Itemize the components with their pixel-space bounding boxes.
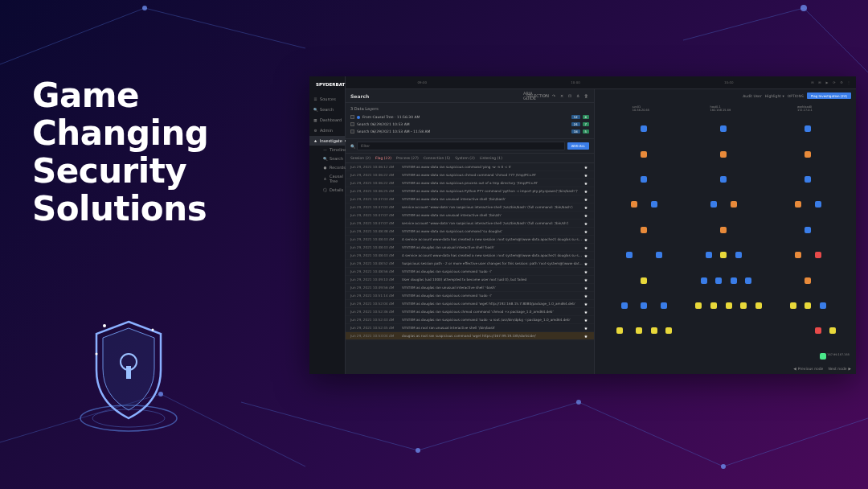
graph-node[interactable] (710, 201, 717, 208)
event-row[interactable]: Jun 29, 2021 10:51:14 AMSYSTEM as dougla… (346, 292, 594, 300)
prev-node-button[interactable]: ◀ Previous node (793, 367, 823, 371)
graph-node[interactable] (661, 302, 667, 309)
filter-input[interactable] (357, 142, 565, 150)
star-icon[interactable]: ★ (583, 245, 589, 250)
graph-node[interactable] (731, 277, 737, 284)
star-icon[interactable]: ★ (583, 310, 589, 314)
graph-node[interactable] (641, 151, 647, 158)
sidebar-item-dashboard[interactable]: ▦Dashboard (309, 115, 345, 125)
checkbox-icon[interactable] (350, 115, 354, 119)
next-node-button[interactable]: Next node ▶ (828, 367, 851, 371)
graph-node[interactable] (829, 327, 836, 334)
sidebar-sub-records[interactable]: ●Records (319, 163, 345, 171)
audit-user-link[interactable]: Audit User (743, 94, 762, 98)
event-row[interactable]: Jun 29, 2021 10:53:04 AMdouglas as root … (346, 332, 594, 340)
graph-node[interactable] (695, 302, 702, 309)
graph-node[interactable] (805, 227, 811, 233)
event-row[interactable]: Jun 29, 2021 10:48:52 AMSuspicious sessi… (346, 260, 594, 268)
graph-node[interactable] (820, 302, 826, 309)
graph-node[interactable] (735, 252, 742, 258)
graph-node[interactable] (641, 302, 647, 309)
star-icon[interactable]: ★ (583, 253, 589, 258)
graph-node[interactable] (701, 277, 707, 284)
toolbar-button[interactable]: ⋔ (575, 92, 581, 99)
graph-node[interactable] (706, 252, 712, 258)
event-row[interactable]: Jun 29, 2021 10:46:22 AMSYSTEM as www-da… (346, 179, 594, 187)
star-icon[interactable]: ★ (583, 229, 589, 234)
sidebar-item-investigate[interactable]: ★Investigate▾ (309, 136, 345, 146)
graph-node[interactable] (805, 125, 811, 132)
star-icon[interactable]: ★ (583, 173, 589, 178)
star-icon[interactable]: ★ (583, 334, 589, 339)
graph-node[interactable] (720, 227, 727, 233)
star-icon[interactable]: ★ (583, 261, 589, 266)
event-row[interactable]: Jun 29, 2021 10:48:43 AMA service accoun… (346, 236, 594, 244)
event-row[interactable]: Jun 29, 2021 10:47:07 AMSYSTEM as www-da… (346, 212, 594, 220)
star-icon[interactable]: ★ (583, 237, 589, 242)
sidebar-sub-timeline[interactable]: —Timeline (319, 146, 345, 154)
graph-node[interactable] (720, 151, 727, 158)
tab-listening[interactable]: Listening (1) (480, 156, 502, 160)
star-icon[interactable]: ★ (583, 318, 589, 323)
toolbar-button[interactable]: SELECTION (534, 92, 541, 99)
timeline[interactable]: 09:00 10:00 10:40 ⊟⊞▶⟳⚙⋮ (346, 76, 856, 89)
event-row[interactable]: Jun 29, 2021 10:46:12 AMSYSTEM as www-da… (346, 163, 594, 171)
event-row[interactable]: Jun 29, 2021 10:48:43 AMSYSTEM as dougla… (346, 244, 594, 252)
timeline-control[interactable]: ⚙ (839, 80, 844, 85)
star-icon[interactable]: ★ (583, 286, 589, 290)
event-row[interactable]: Jun 29, 2021 10:48:43 AMA service accoun… (346, 252, 594, 260)
timeline-control[interactable]: ⟳ (832, 80, 837, 85)
graph-node[interactable] (665, 327, 672, 334)
event-row[interactable]: Jun 29, 2021 10:52:43 AMSYSTEM as dougla… (346, 316, 594, 324)
graph-node[interactable] (715, 277, 722, 284)
event-row[interactable]: Jun 29, 2021 10:49:10 AMUser douglas (ui… (346, 276, 594, 284)
star-icon[interactable]: ★ (583, 294, 589, 298)
graph-node[interactable] (641, 277, 647, 284)
data-layer[interactable]: From Causal Tree · 11:56:30 AM128 (350, 113, 589, 121)
event-row[interactable]: Jun 29, 2021 10:52:36 AMSYSTEM as dougla… (346, 308, 594, 316)
graph-node[interactable] (805, 176, 811, 183)
data-layer[interactable]: Search 06/29/2021 10:53 AM - 11:58 AM185 (350, 128, 589, 135)
graph-node[interactable] (656, 252, 662, 258)
tab-connection[interactable]: Connection (5) (424, 156, 450, 160)
star-icon[interactable]: ★ (583, 181, 589, 186)
graph-node[interactable] (740, 302, 747, 309)
star-icon[interactable]: ★ (583, 221, 589, 226)
timeline-control[interactable]: ▶ (825, 80, 829, 85)
add-all-button[interactable]: ADD ALL (567, 142, 589, 150)
graph-node[interactable] (790, 302, 796, 309)
checkbox-icon[interactable] (350, 122, 354, 126)
event-row[interactable]: Jun 29, 2021 10:49:56 AMSYSTEM as dougla… (346, 284, 594, 292)
graph-node[interactable] (720, 176, 727, 183)
graph-node[interactable] (631, 201, 637, 208)
event-row[interactable]: Jun 29, 2021 10:52:45 AMSYSTEM as root r… (346, 324, 594, 332)
timeline-control[interactable]: ⊟ (810, 80, 815, 85)
star-icon[interactable]: ★ (583, 205, 589, 210)
tab-session[interactable]: Session (2) (350, 156, 371, 160)
graph-node[interactable] (745, 277, 751, 284)
sidebar-item-admin[interactable]: ⚙Admin (309, 125, 345, 135)
event-row[interactable]: Jun 29, 2021 10:47:07 AMservice account … (346, 220, 594, 228)
tab-flag[interactable]: Flag (22) (375, 156, 391, 160)
sidebar-sub-details[interactable]: ⓘDetails (319, 186, 345, 194)
graph-node[interactable] (616, 327, 623, 334)
flag-investigation-badge[interactable]: Flag Investigation (24) (807, 92, 851, 99)
toolbar-button[interactable]: ✕ (559, 92, 565, 99)
graph-node[interactable] (731, 201, 737, 208)
event-row[interactable]: Jun 29, 2021 10:52:04 AMSYSTEM as dougla… (346, 300, 594, 308)
graph-node[interactable] (641, 176, 647, 183)
graph-node[interactable] (641, 227, 647, 233)
toolbar-button[interactable]: ⊡ (567, 92, 573, 99)
tab-system[interactable]: System (2) (455, 156, 475, 160)
event-row[interactable]: Jun 29, 2021 10:46:25 AMSYSTEM as www-da… (346, 187, 594, 195)
graph-node[interactable] (726, 302, 732, 309)
toolbar-button[interactable]: 🗑 (583, 92, 589, 99)
event-row[interactable]: Jun 29, 2021 10:48:38 AMSYSTEM as www-da… (346, 228, 594, 236)
tab-process[interactable]: Process (27) (396, 156, 419, 160)
options-button[interactable]: OPTIONS (788, 94, 804, 98)
star-icon[interactable]: ★ (583, 269, 589, 274)
data-layer[interactable]: Search 06/29/2021 10:53 AM247 (350, 121, 589, 128)
sidebar-sub-causal-tree[interactable]: ⋔Causal Tree (319, 172, 345, 185)
graph-panel[interactable]: Audit User Highlight ▾ OPTIONS Flag Inve… (595, 89, 856, 374)
star-icon[interactable]: ★ (583, 189, 589, 194)
